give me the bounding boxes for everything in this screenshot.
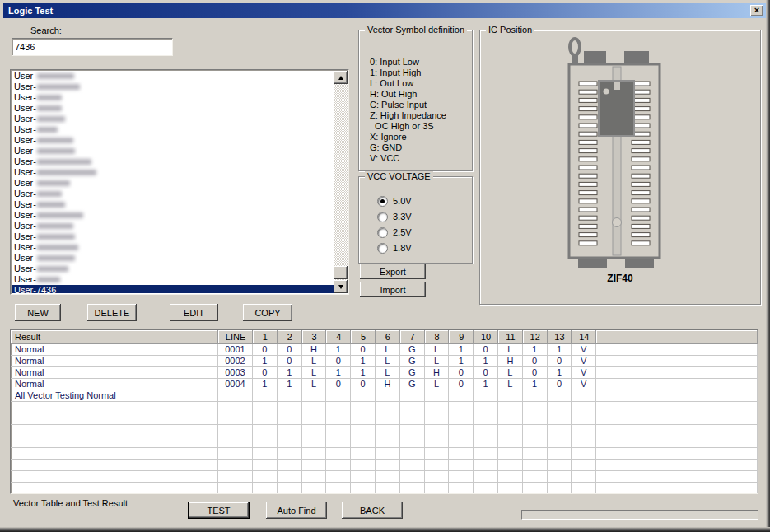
export-button[interactable]: Export <box>360 264 426 279</box>
vcc-option[interactable]: 1.8V <box>377 240 412 255</box>
list-item[interactable]: User- <box>12 210 334 221</box>
table-cell <box>425 390 450 402</box>
column-header[interactable]: 6 <box>376 330 400 344</box>
radio-icon[interactable] <box>377 227 388 238</box>
list-item[interactable]: User- <box>12 71 334 82</box>
column-header[interactable]: 9 <box>449 330 474 344</box>
new-button[interactable]: NEW <box>15 304 61 321</box>
table-cell <box>548 448 572 460</box>
table-cell <box>572 436 596 448</box>
list-item[interactable]: User- <box>12 114 334 124</box>
table-cell <box>351 436 376 448</box>
column-header[interactable]: 13 <box>548 330 572 344</box>
table-cell <box>278 448 302 460</box>
list-item[interactable]: User- <box>12 264 334 274</box>
column-header[interactable]: 2 <box>278 330 302 344</box>
radio-icon[interactable] <box>377 212 388 222</box>
column-header[interactable]: 5 <box>351 330 376 344</box>
import-button[interactable]: Import <box>360 282 426 297</box>
vcc-option[interactable]: 2.5V <box>377 225 412 240</box>
vector-row: Normal000411L00HGL01L10V <box>11 379 758 390</box>
table-cell: Normal <box>11 344 218 356</box>
list-item-redacted-text <box>37 266 68 272</box>
column-header[interactable]: 4 <box>326 330 351 344</box>
table-cell <box>449 448 474 460</box>
pin-slot <box>632 233 650 237</box>
delete-button[interactable]: DELETE <box>87 304 137 321</box>
device-list-items[interactable]: User-User-User-User-User-User-User-User-… <box>12 71 334 293</box>
device-list[interactable]: User-User-User-User-User-User-User-User-… <box>10 69 349 295</box>
radio-icon[interactable] <box>377 243 388 254</box>
column-header[interactable]: 7 <box>400 330 425 344</box>
list-item[interactable]: User- <box>12 274 334 285</box>
close-icon[interactable]: × <box>750 5 763 16</box>
copy-button[interactable]: COPY <box>243 304 292 321</box>
table-cell: 0 <box>326 356 351 367</box>
table-cell: 1 <box>523 344 548 356</box>
column-header[interactable]: Result <box>11 330 218 344</box>
scroll-up-button[interactable] <box>334 71 348 84</box>
list-item-selected[interactable]: User-7436 <box>12 285 334 293</box>
column-header[interactable]: 8 <box>425 330 450 344</box>
radio-icon[interactable] <box>377 196 388 207</box>
column-header[interactable]: 1 <box>253 330 278 344</box>
table-cell: L <box>498 367 523 379</box>
list-item[interactable]: User- <box>12 146 334 156</box>
list-item[interactable]: User- <box>12 124 334 135</box>
list-item[interactable]: User- <box>12 231 334 242</box>
back-button[interactable]: BACK <box>342 502 403 519</box>
table-cell <box>326 390 351 402</box>
table-cell <box>376 402 400 413</box>
search-input[interactable] <box>12 38 173 56</box>
table-cell: 0 <box>523 356 548 367</box>
column-header[interactable] <box>596 330 758 344</box>
list-item-prefix: User- <box>14 114 36 124</box>
table-cell <box>523 436 548 448</box>
section-label: Vector Table and Test Result <box>13 498 128 508</box>
column-header[interactable]: 10 <box>474 330 498 344</box>
table-cell <box>425 483 450 494</box>
list-item[interactable]: User- <box>12 92 334 103</box>
list-item-redacted-text <box>37 191 62 197</box>
test-button[interactable]: TEST <box>188 502 250 519</box>
list-item[interactable]: User- <box>12 103 334 114</box>
list-item[interactable]: User- <box>12 135 334 146</box>
list-item-prefix: User- <box>14 167 36 178</box>
table-cell <box>523 471 548 483</box>
column-header[interactable]: LINE <box>218 330 253 344</box>
table-cell <box>302 460 327 471</box>
list-item[interactable]: User- <box>12 199 334 210</box>
auto-find-button[interactable]: Auto Find <box>266 502 327 519</box>
column-header[interactable]: 12 <box>523 330 548 344</box>
list-item[interactable]: User- <box>12 253 334 264</box>
column-header[interactable]: 11 <box>498 330 523 344</box>
device-list-scrollbar[interactable] <box>334 71 348 293</box>
table-cell <box>326 460 351 471</box>
vcc-option[interactable]: 3.3V <box>377 209 412 224</box>
vector-symbol-line: 0: Input Low <box>370 57 446 68</box>
vcc-option[interactable]: 5.0V <box>377 194 412 208</box>
scroll-down-button[interactable] <box>334 280 348 293</box>
scrollbar-thumb[interactable] <box>334 266 348 279</box>
list-item[interactable]: User- <box>12 178 334 189</box>
table-cell: H <box>425 367 450 379</box>
pin-slot <box>579 90 597 94</box>
table-cell <box>376 425 400 436</box>
titlebar[interactable]: Logic Test × <box>3 3 766 18</box>
table-cell <box>218 390 253 402</box>
empty-row <box>11 436 758 448</box>
list-item[interactable]: User- <box>12 242 334 253</box>
edit-button[interactable]: EDIT <box>170 304 218 321</box>
list-item[interactable]: User- <box>12 189 334 199</box>
list-item[interactable]: User- <box>12 221 334 231</box>
table-cell: L <box>498 344 523 356</box>
list-item[interactable]: User- <box>12 156 334 167</box>
list-item[interactable]: User- <box>12 167 334 178</box>
list-item[interactable]: User- <box>12 82 334 92</box>
table-cell: 1 <box>474 379 498 390</box>
table-cell: 1 <box>278 367 302 379</box>
pin-slot <box>632 174 650 178</box>
column-header[interactable]: 3 <box>302 330 327 344</box>
column-header[interactable]: 14 <box>572 330 596 344</box>
window-title: Logic Test <box>8 6 53 16</box>
